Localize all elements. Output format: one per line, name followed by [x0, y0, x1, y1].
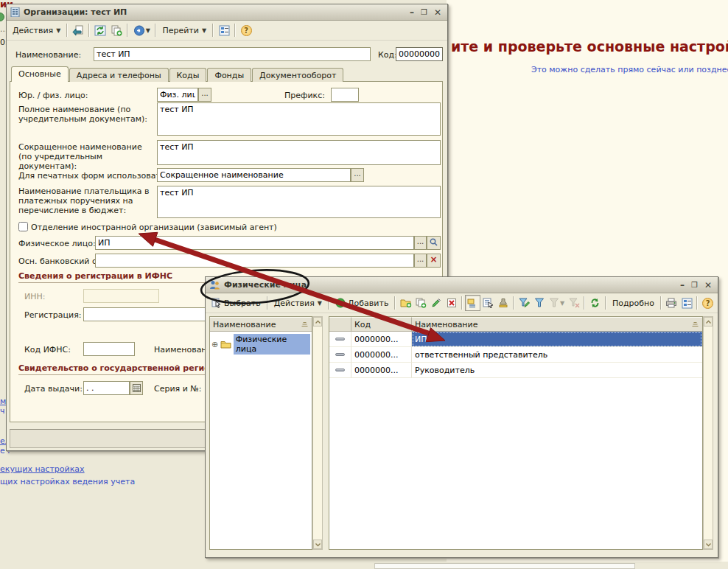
toolbar-separator: [660, 296, 662, 310]
prefix-input[interactable]: [331, 88, 359, 102]
details-button[interactable]: Подробно: [609, 297, 658, 310]
save-and-close-button[interactable]: [70, 22, 86, 38]
tab-docflow[interactable]: Документооборот: [252, 68, 343, 82]
column-header-icon[interactable]: [329, 317, 351, 332]
legal-type-input[interactable]: [157, 88, 198, 102]
edit-button[interactable]: [429, 295, 444, 311]
bank-account-input[interactable]: [95, 254, 414, 268]
tree-header[interactable]: Наименование: [210, 317, 312, 332]
short-name-label: Сокращенное наименование (по учредительн…: [18, 142, 153, 171]
row-name-cell[interactable]: ответственный представитель: [412, 347, 702, 363]
column-header-name[interactable]: Наименование: [412, 317, 702, 332]
table-scrollbar[interactable]: [703, 316, 713, 550]
minimize-button[interactable]: –: [680, 281, 685, 290]
maximize-button[interactable]: ❒: [691, 281, 698, 290]
tree-item-root[interactable]: ⊕ Физические лица: [210, 332, 312, 357]
toolbar-separator: [513, 296, 514, 310]
hierarchy-icon: [467, 298, 477, 308]
full-name-textarea[interactable]: тест ИП: [157, 102, 441, 136]
filter-settings-button[interactable]: [517, 295, 532, 311]
link-current-settings[interactable]: екущих настройках: [0, 464, 85, 474]
scroll-up-button[interactable]: [313, 317, 322, 327]
select-button[interactable]: Выбрать: [208, 296, 265, 310]
add-group-button[interactable]: [398, 295, 413, 311]
person-open-button[interactable]: [427, 236, 441, 250]
refresh-button[interactable]: [587, 295, 603, 311]
tab-strip: Основные Адреса и телефоны Коды Фонды До…: [11, 66, 344, 82]
toolbar-separator: [461, 296, 463, 310]
print-form-select-button[interactable]: ...: [351, 168, 364, 182]
add-button[interactable]: Добавить: [332, 296, 392, 310]
row-code-cell[interactable]: 0000000...: [351, 347, 412, 363]
reread-button[interactable]: [92, 22, 108, 38]
tree-scrollbar[interactable]: [312, 316, 323, 550]
toolbar-separator: [234, 24, 236, 37]
scroll-down-button[interactable]: [313, 540, 322, 549]
bank-account-select-button[interactable]: ...: [414, 254, 427, 268]
help-button[interactable]: ?: [700, 295, 715, 311]
toolbar-separator: [155, 24, 156, 37]
toolbar-separator: [584, 296, 585, 310]
filter-by-value-button[interactable]: [532, 295, 547, 311]
issue-date-input[interactable]: [83, 381, 130, 395]
calendar-button[interactable]: [130, 381, 143, 395]
code-label: Код:: [378, 50, 397, 60]
name-input[interactable]: [94, 47, 371, 61]
copy-button[interactable]: [108, 22, 125, 38]
expand-icon[interactable]: ⊕: [211, 341, 218, 349]
bank-account-clear-button[interactable]: ×: [427, 254, 441, 268]
filter-history-button[interactable]: ▼: [547, 295, 566, 311]
hierarchy-view-button[interactable]: [465, 295, 480, 311]
organization-icon: [10, 7, 20, 17]
row-icon-cell[interactable]: [329, 347, 351, 363]
ifns-code-input[interactable]: [83, 342, 135, 356]
row-icon-cell[interactable]: [329, 363, 351, 378]
row-name-cell[interactable]: Руководитель: [412, 363, 702, 378]
tab-addresses[interactable]: Адреса и телефоны: [69, 68, 169, 82]
post-button[interactable]: [495, 295, 511, 311]
transfer-button[interactable]: ▼: [130, 22, 153, 38]
goto-button[interactable]: Перейти▼: [158, 24, 210, 37]
row-name-cell-selected[interactable]: ИП: [412, 332, 702, 347]
properties-button[interactable]: [679, 295, 695, 311]
select-icon: [211, 298, 222, 308]
row-code-cell[interactable]: 0000000...: [351, 332, 412, 347]
row-icon-cell[interactable]: [329, 332, 351, 347]
list-settings-button[interactable]: [480, 295, 496, 311]
actions-button[interactable]: Действия▼: [270, 297, 326, 310]
help-button[interactable]: ?: [238, 22, 254, 38]
column-header-code[interactable]: Код: [351, 317, 412, 332]
foreign-branch-checkbox[interactable]: [18, 222, 28, 231]
persons-table-panel: Код Наименование 0000000... ИП 0000000..…: [329, 316, 703, 550]
legal-type-select-button[interactable]: ...: [198, 88, 211, 102]
scroll-down-button[interactable]: [704, 540, 713, 549]
folder-add-icon: [400, 298, 412, 308]
person-input[interactable]: [95, 236, 414, 250]
short-name-textarea[interactable]: тест ИП: [157, 140, 441, 165]
print-form-input[interactable]: [157, 168, 351, 182]
properties-button[interactable]: [216, 22, 232, 38]
clear-filter-button[interactable]: [567, 295, 582, 311]
close-button[interactable]: ✕: [704, 281, 712, 290]
code-input[interactable]: [396, 47, 443, 61]
payer-name-textarea[interactable]: тест ИП: [157, 186, 441, 218]
row-code-cell[interactable]: 0000000...: [351, 363, 412, 378]
close-button[interactable]: ✕: [434, 8, 441, 17]
actions-button[interactable]: Действия▼: [9, 24, 64, 37]
persons-titlebar[interactable]: Физические лица – ❒ ✕: [206, 277, 718, 293]
list-cursor-icon: [483, 298, 494, 308]
name-label: Наименование:: [15, 50, 81, 60]
print-button[interactable]: [664, 295, 679, 311]
persons-icon: [209, 280, 220, 290]
delete-button[interactable]: [444, 295, 459, 311]
person-select-button[interactable]: ...: [414, 236, 427, 250]
minimize-button[interactable]: –: [410, 8, 414, 17]
organization-titlebar[interactable]: Организации: тест ИП – ❒ ✕: [7, 4, 447, 21]
copy-item-button[interactable]: [413, 295, 429, 311]
maximize-button[interactable]: ❒: [421, 8, 427, 17]
tab-main[interactable]: Основные: [11, 66, 69, 82]
print-form-label: Для печатных форм использовать:: [18, 171, 168, 181]
scroll-up-button[interactable]: [704, 317, 713, 327]
tab-funds[interactable]: Фонды: [207, 68, 251, 82]
tab-codes[interactable]: Коды: [169, 68, 207, 82]
